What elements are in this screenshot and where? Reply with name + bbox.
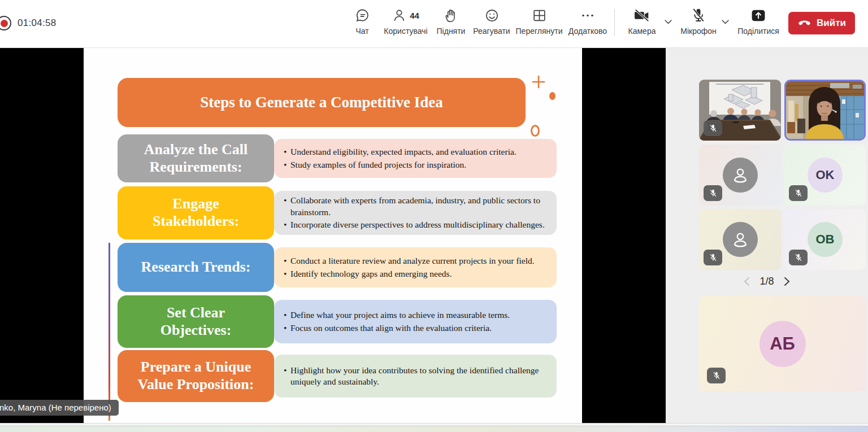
participant-tile-avatar-1[interactable] <box>699 145 781 206</box>
shared-screen-region: Steps to Generate a Competitive Idea Ana… <box>0 48 666 423</box>
camera-off-icon <box>633 7 650 23</box>
participant-initials: OB <box>808 222 843 257</box>
participant-tile-ob[interactable]: OB <box>784 209 866 270</box>
bullet-text: Define what your project aims to achieve… <box>283 309 550 321</box>
meeting-timer: 01:04:58 <box>18 18 57 29</box>
step-3-label-box: Research Trends: <box>118 243 274 292</box>
camera-label: Камера <box>628 27 656 36</box>
slide-step-row-1: Analyze the Call Requirements: Understan… <box>84 134 582 182</box>
mic-label: Мікрофон <box>680 27 717 36</box>
letterbox-left <box>0 48 84 423</box>
decor-plus-icon <box>532 75 545 91</box>
participants-button[interactable]: 44 Користувачі <box>374 7 437 36</box>
react-label: Реагувати <box>473 27 510 36</box>
pagination-page-indicator: 1/8 <box>760 276 774 287</box>
hangup-icon <box>797 19 811 28</box>
view-label: Переглянути <box>516 27 563 36</box>
bullet-text: Study examples of funded projects for in… <box>283 159 550 171</box>
leave-label: Вийти <box>817 18 846 29</box>
meeting-top-bar: 01:04:58 Чат 44 Користувачі Підняти <box>0 0 868 48</box>
person-avatar-icon <box>723 222 758 257</box>
chat-label: Чат <box>355 27 368 36</box>
muted-mic-badge <box>704 250 722 265</box>
slide-step-row-5: Prepare a Unique Value Proposition: High… <box>84 350 582 402</box>
share-label: Поділитися <box>737 27 779 36</box>
participant-video-meeting-room[interactable] <box>699 80 781 141</box>
participant-tile-ab-large[interactable]: АБ <box>699 296 866 391</box>
presenter-name-tag: nko, Maryna (Не перевірено) <box>0 400 119 416</box>
step-5-detail-panel: Highlight how your idea contributes to s… <box>274 355 557 398</box>
letterbox-right <box>582 48 666 423</box>
participants-sidebar: OK OB 1/8 АБ <box>666 48 868 423</box>
participants-icon <box>392 8 407 23</box>
muted-mic-badge <box>789 185 808 201</box>
participant-video-active-speaker[interactable] <box>784 80 866 141</box>
presentation-slide: Steps to Generate a Competitive Idea Ana… <box>84 48 582 423</box>
recording-indicator-icon <box>0 16 11 30</box>
more-label: Додатково <box>568 27 607 36</box>
leave-button[interactable]: Вийти <box>788 12 855 34</box>
participant-initials: OK <box>808 158 843 193</box>
step-1-detail-panel: Understand eligibility, expected impacts… <box>274 139 557 178</box>
slide-step-row-2: Engage Stakeholders: Collaborate with ex… <box>84 186 582 239</box>
toolbar-divider <box>614 9 615 36</box>
share-screen-icon <box>750 7 767 23</box>
step-2-detail-panel: Collaborate with experts from academia, … <box>274 191 557 235</box>
slide-title: Steps to Generate a Competitive Idea <box>118 78 526 127</box>
slide-step-row-3: Research Trends: Conduct a literature re… <box>84 243 582 292</box>
step-1-label-box: Analyze the Call Requirements: <box>118 134 274 182</box>
camera-options-chevron-icon[interactable] <box>664 17 672 27</box>
mic-off-icon <box>691 7 706 23</box>
camera-button[interactable]: Камера <box>625 7 659 36</box>
bullet-text: Identify technology gaps and emerging ne… <box>283 268 550 280</box>
step-5-label-box: Prepare a Unique Value Proposition: <box>118 350 274 402</box>
mic-button[interactable]: Мікрофон <box>677 7 720 36</box>
bullet-text: Conduct a literature review and analyze … <box>283 255 550 267</box>
raise-hand-label: Підняти <box>437 27 466 36</box>
participants-label: Користувачі <box>384 27 427 36</box>
participant-tile-ok[interactable]: OK <box>784 145 866 206</box>
raise-hand-button[interactable]: Підняти <box>432 7 470 36</box>
speaker-video <box>786 81 864 139</box>
bullet-text: Collaborate with experts from academia, … <box>283 195 550 218</box>
bullet-text: Incorporate diverse perspectives to addr… <box>283 219 550 230</box>
background-window-edge <box>0 423 868 432</box>
muted-mic-badge <box>707 368 726 383</box>
person-avatar-icon <box>723 158 758 193</box>
muted-mic-badge <box>704 120 722 136</box>
muted-mic-badge <box>789 250 808 265</box>
decor-dot-icon <box>549 92 555 100</box>
step-4-detail-panel: Define what your project aims to achieve… <box>274 300 557 343</box>
more-icon <box>578 7 597 23</box>
participants-pagination: 1/8 <box>666 276 868 287</box>
step-3-detail-panel: Conduct a literature review and analyze … <box>274 247 557 287</box>
chat-icon <box>355 7 370 23</box>
bullet-text: Understand eligibility, expected impacts… <box>283 146 550 158</box>
mic-options-chevron-icon[interactable] <box>721 17 730 27</box>
react-button[interactable]: Реагувати <box>470 7 514 36</box>
slide-step-row-4: Set Clear Objectives: Define what your p… <box>84 295 582 348</box>
bullet-text: Highlight how your idea contributes to s… <box>283 365 550 388</box>
muted-mic-badge <box>704 185 722 201</box>
bullet-text: Focus on outcomes that align with the ev… <box>283 322 550 334</box>
step-4-label-box: Set Clear Objectives: <box>118 295 274 348</box>
pagination-prev-icon[interactable] <box>743 277 750 286</box>
view-icon <box>532 7 547 23</box>
view-button[interactable]: Переглянути <box>511 7 567 36</box>
react-icon <box>484 7 500 23</box>
raise-hand-icon <box>444 7 458 23</box>
pagination-next-icon[interactable] <box>783 277 791 286</box>
step-2-label-box: Engage Stakeholders: <box>118 186 274 239</box>
more-button[interactable]: Додатково <box>564 7 611 36</box>
participant-tile-avatar-2[interactable] <box>699 209 781 270</box>
participant-initials: АБ <box>760 321 806 367</box>
participants-count: 44 <box>410 11 419 20</box>
share-button[interactable]: Поділитися <box>735 7 782 36</box>
